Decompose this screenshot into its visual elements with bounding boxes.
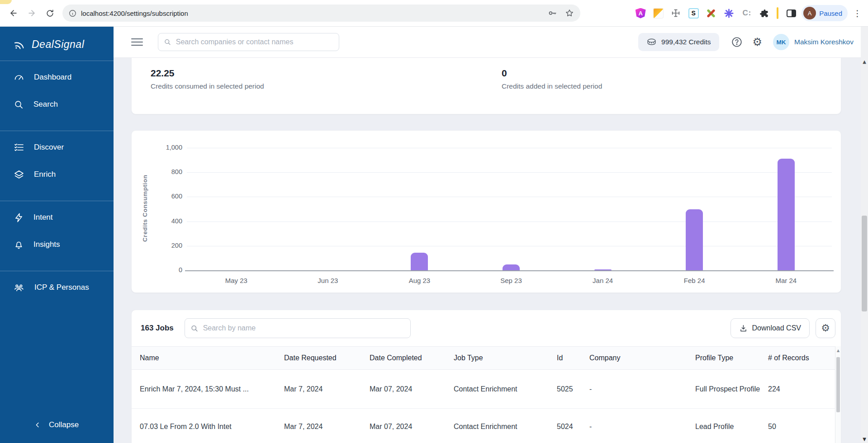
gear-icon: ⚙: [753, 37, 763, 47]
address-bar[interactable]: localhost:4200/settings/subscription: [62, 5, 580, 22]
browser-avatar: A: [803, 7, 816, 19]
help-button[interactable]: [731, 36, 743, 48]
x-axis-line: [185, 270, 834, 271]
help-icon: [731, 36, 743, 48]
chart-column: Aug 23: [374, 148, 465, 270]
chart-column: Jun 23: [282, 148, 374, 270]
logo[interactable]: DealSignal: [0, 27, 114, 51]
page-scrollbar-thumb[interactable]: [862, 216, 867, 311]
sidebar-item-intent[interactable]: Intent: [0, 204, 114, 231]
search-icon: [164, 38, 171, 46]
x-tick-label: Sep 23: [465, 277, 557, 284]
table-scroll-up-icon[interactable]: ▲: [835, 346, 841, 353]
signal-logo-icon: [14, 39, 25, 51]
jobs-card: 163 Jobs Download CSV ⚙ NameDate Request…: [131, 310, 841, 443]
ext-starburst-icon[interactable]: [723, 7, 735, 19]
page-scrollbar[interactable]: ▲ ▼: [861, 27, 868, 443]
browser-toolbar: localhost:4200/settings/subscription A S…: [0, 0, 868, 27]
sidebar-item-label: Enrich: [34, 170, 56, 179]
chart-column: Jan 24: [557, 148, 649, 270]
sidebar-item-dashboard[interactable]: Dashboard: [0, 64, 114, 91]
credits-badge[interactable]: 999,432 Credits: [638, 33, 719, 51]
jobs-settings-button[interactable]: ⚙: [816, 318, 835, 338]
checklist-icon: [14, 142, 24, 153]
page-info-icon[interactable]: [69, 9, 76, 17]
jobs-table: NameDate RequestedDate CompletedJob Type…: [132, 346, 841, 443]
page-scroll-up-icon[interactable]: ▲: [861, 59, 868, 64]
y-tick-label: 200: [132, 242, 182, 249]
reload-button[interactable]: [42, 5, 57, 21]
layers-icon: [14, 169, 24, 180]
coin-icon: [646, 38, 657, 47]
settings-button[interactable]: ⚙: [753, 37, 763, 47]
cell-date_requested: Mar 7, 2024: [284, 422, 370, 432]
chart-columns: May 23Jun 23Aug 23Sep 23Jan 24Feb 24Mar …: [190, 148, 832, 270]
sidebar-item-search[interactable]: Search: [0, 91, 114, 118]
bar-mar-24: [778, 159, 795, 270]
logo-text: DealSignal: [32, 38, 84, 51]
table-scrollbar-thumb[interactable]: [836, 357, 840, 412]
stat-consumed-value: 22.25: [151, 68, 264, 79]
table-row[interactable]: Enrich Mar 7, 2024, 15:30 Must ...Mar 7,…: [132, 370, 841, 409]
column-header[interactable]: Profile Type: [695, 354, 768, 362]
forward-button[interactable]: [24, 5, 39, 21]
column-header[interactable]: Date Completed: [370, 354, 454, 362]
ext-ruler-icon[interactable]: [652, 7, 664, 19]
cell-date_requested: Mar 7, 2024: [284, 384, 370, 394]
y-tick-label: 400: [132, 217, 182, 225]
ext-c-icon[interactable]: C: [740, 7, 752, 19]
sidebar-item-enrich[interactable]: Enrich: [0, 161, 114, 188]
cell-name: 07.03 Le From 2.0 With Intet: [140, 422, 284, 432]
cell-id: 5024: [557, 422, 589, 432]
y-tick-label: 0: [132, 266, 182, 273]
ext-dimensions-icon[interactable]: [670, 7, 682, 19]
password-key-icon[interactable]: [548, 8, 558, 18]
sidebar-item-insights[interactable]: Insights: [0, 231, 114, 258]
jobs-search[interactable]: [185, 318, 411, 338]
global-search[interactable]: [158, 33, 339, 51]
active-tab-sliver[interactable]: [0, 0, 12, 4]
column-header[interactable]: Company: [589, 354, 695, 362]
download-csv-button[interactable]: Download CSV: [730, 318, 810, 338]
column-header[interactable]: # of Records: [768, 354, 827, 362]
cell-profile_type: Lead Profile: [695, 422, 768, 432]
bookmark-star-icon[interactable]: [565, 9, 574, 18]
sidebar-item-discover[interactable]: Discover: [0, 134, 114, 161]
browser-profile[interactable]: A Paused: [802, 5, 848, 21]
user-name[interactable]: Maksim Koreshkov: [794, 38, 854, 46]
sidebar-item-label: Insights: [33, 240, 60, 249]
ext-angular-icon[interactable]: A: [635, 7, 646, 19]
chart-column: Sep 23: [465, 148, 557, 270]
extensions-puzzle-icon[interactable]: [758, 7, 770, 19]
back-button[interactable]: [6, 5, 21, 21]
column-header[interactable]: Job Type: [454, 354, 557, 362]
stat-consumed: 22.25 Credits consumed in selected perio…: [151, 68, 264, 90]
user-avatar[interactable]: MK: [773, 34, 789, 50]
side-panel-icon[interactable]: [785, 7, 797, 19]
credits-label: 999,432 Credits: [661, 38, 711, 46]
page-scroll-down-icon[interactable]: ▼: [861, 437, 868, 442]
sidebar-item-icp-personas[interactable]: ICP & Personas: [0, 274, 114, 301]
column-header[interactable]: Date Requested: [284, 354, 370, 362]
stat-added-label: Credits added in selected period: [502, 82, 602, 90]
y-tick-label: 600: [132, 193, 182, 200]
cell-date_completed: Mar 07, 2024: [370, 384, 454, 394]
jobs-search-input[interactable]: [203, 324, 405, 332]
cell-company: -: [589, 384, 695, 394]
column-header[interactable]: Name: [140, 354, 284, 362]
chrome-menu-icon[interactable]: ⋮: [853, 9, 862, 18]
download-icon: [739, 324, 748, 333]
table-row[interactable]: 07.03 Le From 2.0 With IntetMar 7, 2024M…: [132, 409, 841, 443]
sidebar-collapse-button[interactable]: Collapse: [0, 415, 114, 435]
table-scrollbar[interactable]: ▲: [835, 346, 841, 443]
column-header[interactable]: Id: [557, 354, 589, 362]
global-search-input[interactable]: [176, 38, 333, 46]
ext-s-icon[interactable]: S: [688, 7, 699, 19]
cell-date_completed: Mar 07, 2024: [370, 422, 454, 432]
url-text: localhost:4200/settings/subscription: [81, 9, 548, 17]
ext-pencils-icon[interactable]: [705, 7, 717, 19]
extensions-row: A S C: [635, 7, 797, 19]
menu-toggle-icon[interactable]: [131, 38, 143, 46]
sidebar-item-label: ICP & Personas: [34, 283, 89, 292]
credits-consumption-chart: Credits Consumption 02004006008001,000Ma…: [132, 131, 841, 292]
